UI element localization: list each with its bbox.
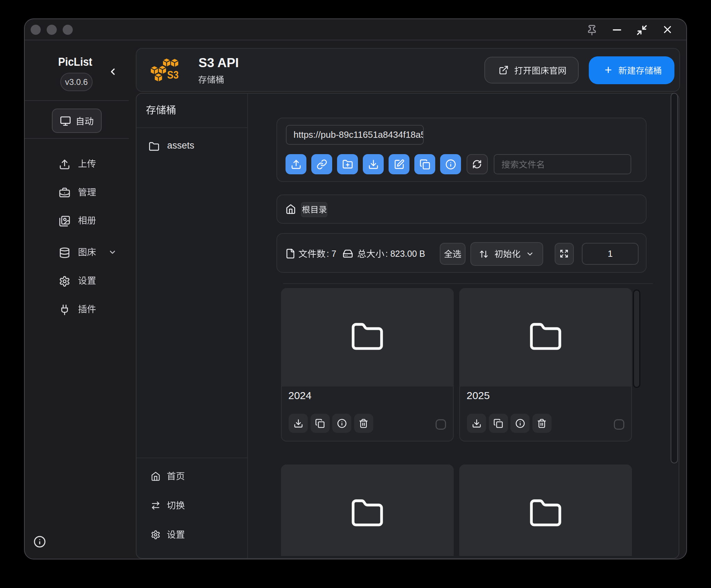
svg-text:S3: S3 <box>167 69 179 81</box>
